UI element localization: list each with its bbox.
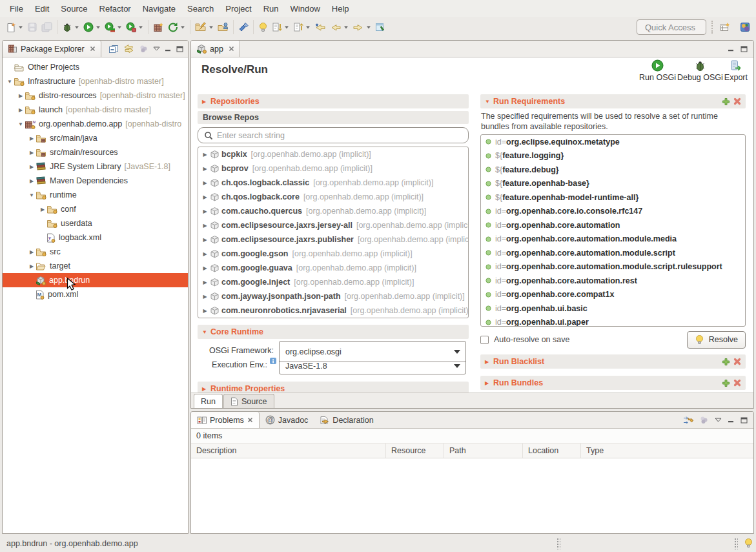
requirement-item[interactable]: id=org.openhab.core.automation.module.sc… bbox=[481, 246, 745, 260]
previous-annotation-button[interactable] bbox=[291, 19, 312, 36]
view-menu-button[interactable] bbox=[715, 418, 722, 422]
filters-button[interactable] bbox=[139, 44, 148, 54]
maximize-button[interactable] bbox=[741, 417, 748, 424]
section-core-runtime[interactable]: ▼ Core Runtime bbox=[198, 325, 469, 339]
tree-item-distro-resources[interactable]: ▶distro-resources[openhab-distro master] bbox=[3, 88, 188, 103]
chevron-down-icon[interactable]: ▼ bbox=[28, 192, 36, 198]
open-task-button[interactable] bbox=[193, 19, 216, 36]
chevron-right-icon[interactable]: ▶ bbox=[201, 251, 209, 257]
add-requirement-button[interactable] bbox=[722, 97, 730, 106]
requirement-item[interactable]: id=org.openhab.ui.paper bbox=[481, 316, 745, 327]
quick-access-field[interactable]: Quick Access bbox=[637, 19, 706, 35]
chevron-right-icon[interactable]: ▶ bbox=[201, 223, 209, 229]
requirement-item[interactable]: ${feature.logging} bbox=[481, 149, 745, 163]
chevron-right-icon[interactable]: ▶ bbox=[201, 237, 209, 243]
chevron-right-icon[interactable]: ▶ bbox=[201, 166, 209, 172]
tree-item-runtime[interactable]: ▼runtime bbox=[3, 188, 188, 202]
statusbar-drag-handle[interactable] bbox=[734, 538, 738, 549]
maximize-button[interactable] bbox=[176, 46, 183, 52]
repo-item-ch.qos.logback.classic[interactable]: ▶ch.qos.logback.classic[org.openhab.demo… bbox=[198, 176, 468, 190]
java-perspective-button[interactable] bbox=[738, 19, 752, 36]
menu-navigate[interactable]: Navigate bbox=[137, 1, 181, 16]
pin-editor-button[interactable] bbox=[373, 19, 387, 36]
tree-item-src-main-java[interactable]: ▶src/main/java bbox=[3, 131, 188, 145]
requirement-item[interactable]: ${feature.debug} bbox=[481, 163, 745, 177]
minimize-button[interactable] bbox=[728, 417, 735, 423]
repo-item-com.google.gson[interactable]: ▶com.google.gson[org.openhab.demo.app (i… bbox=[198, 247, 468, 261]
dropdown-arrow-icon[interactable] bbox=[449, 342, 465, 362]
remove-blacklist-button[interactable] bbox=[733, 358, 741, 365]
repo-item-bcpkix[interactable]: ▶bcpkix[org.openhab.demo.app (implicit)] bbox=[198, 147, 468, 161]
chevron-right-icon[interactable]: ▶ bbox=[17, 107, 25, 113]
save-all-button[interactable] bbox=[39, 19, 54, 36]
requirement-item[interactable]: id=org.openhab.core.automation.rest bbox=[481, 274, 745, 288]
chevron-right-icon[interactable]: ▶ bbox=[17, 93, 25, 99]
back-button[interactable] bbox=[328, 19, 351, 36]
requirement-item[interactable]: ${feature.openhab-model-runtime-all} bbox=[481, 190, 745, 205]
last-edit-location-button[interactable] bbox=[312, 19, 328, 36]
requirement-item[interactable]: id=org.openhab.core.automation.module.me… bbox=[481, 232, 745, 247]
chevron-right-icon[interactable]: ▶ bbox=[201, 308, 209, 314]
tree-item-org-openhab-demo-app[interactable]: ▼Morg.openhab.demo.app[openhab-distro bbox=[3, 117, 188, 131]
chevron-right-icon[interactable]: ▶ bbox=[201, 180, 209, 186]
tree-item-conf[interactable]: ▶conf bbox=[3, 202, 188, 216]
chevron-right-icon[interactable]: ▶ bbox=[201, 265, 209, 271]
column-header-location[interactable]: Location bbox=[523, 444, 581, 458]
menu-source[interactable]: Source bbox=[55, 1, 93, 16]
forward-button[interactable] bbox=[351, 19, 373, 36]
group-by-button[interactable] bbox=[699, 415, 709, 425]
tree-item-app-bndrun[interactable]: app.bndrun bbox=[3, 273, 188, 287]
statusbar-drag-handle[interactable] bbox=[557, 538, 560, 549]
requirement-item[interactable]: id=org.openhab.core.automation.module.sc… bbox=[481, 260, 745, 274]
repo-item-ch.qos.logback.core[interactable]: ▶ch.qos.logback.core[org.openhab.demo.ap… bbox=[198, 190, 468, 204]
collapse-all-button[interactable] bbox=[108, 44, 119, 54]
tree-item-infrastructure[interactable]: ▼Infrastructure[openhab-distro master] bbox=[3, 74, 188, 88]
column-header-resource[interactable]: Resource bbox=[386, 444, 444, 458]
chevron-right-icon[interactable]: ▶ bbox=[201, 209, 209, 214]
tree-item-pom-xml[interactable]: Mpom.xml bbox=[3, 287, 188, 302]
refresh-button[interactable] bbox=[166, 19, 187, 36]
tree-item-launch[interactable]: ▶launch[openhab-distro master] bbox=[3, 103, 188, 117]
quickfix-bulb-button[interactable] bbox=[256, 19, 270, 36]
notifications-bulb-icon[interactable] bbox=[744, 538, 753, 548]
tree-item-userdata[interactable]: userdata bbox=[3, 216, 188, 230]
requirement-item[interactable]: id=org.openhab.ui.basic bbox=[481, 302, 745, 316]
chevron-right-icon[interactable]: ▶ bbox=[28, 263, 36, 269]
requirement-item[interactable]: id=org.openhab.core.automation bbox=[481, 218, 745, 232]
section-repositories[interactable]: ▶ Repositories bbox=[198, 94, 469, 108]
remove-requirement-button[interactable] bbox=[733, 97, 741, 105]
tree-item-other-projects[interactable]: Other Projects bbox=[3, 60, 188, 74]
close-icon[interactable] bbox=[229, 46, 234, 52]
chevron-right-icon[interactable]: ▶ bbox=[28, 249, 36, 255]
osgi-framework-combo[interactable]: org.eclipse.osgi bbox=[279, 341, 466, 362]
auto-resolve-checkbox[interactable] bbox=[480, 336, 489, 344]
menu-project[interactable]: Project bbox=[220, 1, 257, 16]
repo-item-com.eclipsesource.jaxrs.publisher[interactable]: ▶com.eclipsesource.jaxrs.publisher[org.o… bbox=[198, 232, 468, 247]
open-resource-button[interactable] bbox=[216, 19, 230, 36]
run-profile-button[interactable] bbox=[124, 19, 145, 36]
save-button[interactable] bbox=[25, 19, 39, 36]
search-button[interactable] bbox=[236, 19, 250, 36]
search-input[interactable] bbox=[217, 131, 462, 140]
export-button[interactable]: Export bbox=[724, 59, 748, 82]
chevron-right-icon[interactable]: ▶ bbox=[28, 164, 36, 170]
chevron-right-icon[interactable]: ▶ bbox=[39, 207, 46, 212]
repo-item-com.google.inject[interactable]: ▶com.google.inject[org.openhab.demo.app … bbox=[198, 275, 468, 289]
close-icon[interactable] bbox=[90, 46, 96, 52]
tree-item-src[interactable]: ▶src bbox=[3, 245, 188, 259]
focus-on-active-task-button[interactable] bbox=[682, 416, 693, 425]
menu-edit[interactable]: Edit bbox=[29, 1, 55, 16]
tab-source[interactable]: Source bbox=[223, 394, 274, 408]
section-run-requirements[interactable]: ▼ Run Requirements bbox=[480, 94, 746, 108]
repo-item-com.caucho.quercus[interactable]: ▶com.caucho.quercus[org.openhab.demo.app… bbox=[198, 204, 468, 218]
chevron-right-icon[interactable]: ▶ bbox=[201, 194, 209, 200]
tab-javadoc[interactable]: @ Javadoc bbox=[260, 412, 314, 428]
add-bundle-button[interactable] bbox=[722, 379, 730, 387]
tab-app-editor[interactable]: app bbox=[191, 41, 240, 57]
menu-window[interactable]: Window bbox=[285, 1, 326, 16]
chevron-right-icon[interactable]: ▶ bbox=[28, 178, 36, 184]
tab-run[interactable]: Run bbox=[194, 394, 223, 408]
section-run-blacklist[interactable]: ▶ Run Blacklist bbox=[480, 354, 746, 369]
requirement-item[interactable]: id=org.openhab.core.io.console.rfc147 bbox=[481, 205, 745, 219]
add-blacklist-button[interactable] bbox=[722, 358, 730, 366]
